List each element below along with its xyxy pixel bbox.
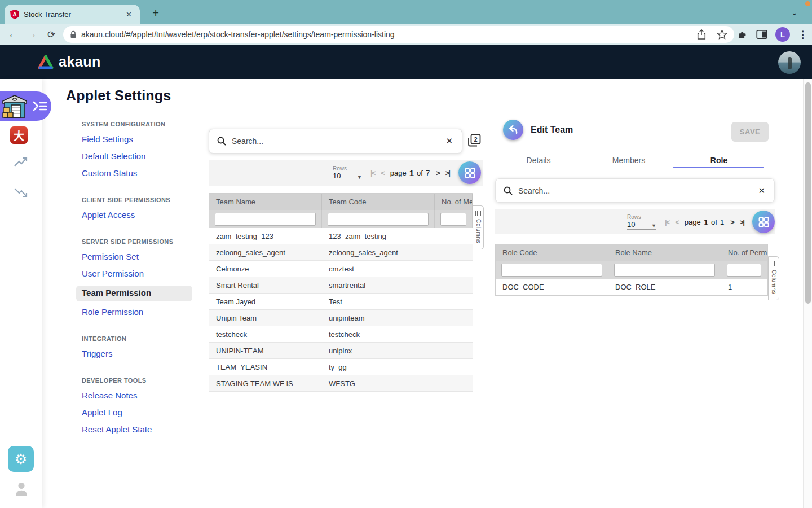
column-header-no-of-permissions[interactable]: No. of Permissions xyxy=(721,244,767,261)
column-header-no-of-members[interactable]: No. of Members xyxy=(435,194,473,210)
grid-view-button[interactable] xyxy=(752,211,775,233)
column-header-role-name[interactable]: Role Name xyxy=(608,244,721,261)
table-row[interactable]: STAGING TEAM WF ISWFSTG xyxy=(209,375,473,392)
profile-person-icon[interactable] xyxy=(15,481,28,496)
table-cell: DOC_CODE xyxy=(496,279,608,295)
panel-divider xyxy=(201,116,201,508)
team-columns-tab[interactable]: Columns xyxy=(473,205,484,249)
role-search-box: ✕ xyxy=(495,178,775,203)
extensions-puzzle-icon[interactable] xyxy=(737,29,748,40)
table-row[interactable]: Celmonzecmztest xyxy=(209,261,473,277)
last-page-icon[interactable]: >| xyxy=(445,169,449,177)
clear-search-icon[interactable]: ✕ xyxy=(444,136,454,146)
tab-role[interactable]: Role xyxy=(674,152,764,168)
table-row[interactable]: zaim_testing_123123_zaim_testing xyxy=(209,228,473,244)
sidebar-item-role-permission[interactable]: Role Permission xyxy=(82,307,200,318)
clear-search-icon[interactable]: ✕ xyxy=(757,186,766,196)
sidebar-item-release-notes[interactable]: Release Notes xyxy=(82,391,200,402)
table-row[interactable]: zeloong_sales_agentzeloong_sales_agent xyxy=(209,244,473,261)
tab-details[interactable]: Details xyxy=(493,152,584,168)
role-columns-tab[interactable]: Columns xyxy=(768,256,779,300)
table-header-row: Role CodeRole NameNo. of Permissions xyxy=(496,244,767,261)
role-search-input[interactable] xyxy=(517,186,757,196)
sidebar-item-user-permission[interactable]: User Permission xyxy=(82,269,200,280)
table-row[interactable]: TEAM_YEASINty_gg xyxy=(209,359,473,375)
table-row[interactable]: Smart Rentalsmartrental xyxy=(209,277,473,294)
back-icon[interactable]: ← xyxy=(3,29,23,40)
column-filter-input-no-of-members[interactable] xyxy=(440,213,466,226)
sidebar-item-applet-log[interactable]: Applet Log xyxy=(82,408,200,419)
rows-per-page-select[interactable]: 10 ▼ xyxy=(333,172,362,181)
first-page-icon[interactable]: |< xyxy=(370,169,374,177)
active-applet-pill[interactable] xyxy=(0,91,51,121)
trend-up-icon[interactable] xyxy=(14,156,28,168)
column-filter-input-team-code[interactable] xyxy=(328,213,429,226)
tabstrip-chevron-icon[interactable]: ⌄ xyxy=(791,8,798,17)
side-panel-icon[interactable] xyxy=(756,29,767,40)
column-header-role-code[interactable]: Role Code xyxy=(496,244,608,261)
table-row[interactable]: Unipin Teamunipinteam xyxy=(209,310,473,326)
rows-per-page-value: 10 xyxy=(333,172,341,180)
reload-icon[interactable]: ⟳ xyxy=(42,29,61,41)
page-scrollbar[interactable] xyxy=(803,79,812,508)
prev-page-icon[interactable]: < xyxy=(381,169,384,177)
column-filter-input-role-code[interactable] xyxy=(501,264,602,277)
dropdown-arrow-icon: ▼ xyxy=(357,174,362,180)
kebab-menu-icon[interactable]: ⋮ xyxy=(798,29,807,41)
sidebar-item-triggers[interactable]: Triggers xyxy=(82,349,200,360)
share-icon[interactable] xyxy=(696,29,707,40)
table-filter-row xyxy=(496,261,767,279)
grid-view-button[interactable] xyxy=(458,161,481,184)
new-tab-button[interactable]: + xyxy=(148,5,164,21)
table-row[interactable]: Team JayedTest xyxy=(209,294,473,310)
forward-icon[interactable]: → xyxy=(23,29,42,40)
column-header-team-name[interactable]: Team Name xyxy=(209,194,322,210)
browser-tab[interactable]: A Stock Transfer ✕ xyxy=(5,5,140,24)
prev-page-icon[interactable]: < xyxy=(675,218,678,226)
filter-cell xyxy=(322,210,435,228)
red-app-icon[interactable]: 大 xyxy=(10,126,28,144)
column-filter-input-role-name[interactable] xyxy=(614,264,715,277)
rows-per-page-select[interactable]: 10 ▼ xyxy=(627,220,656,230)
tab-members[interactable]: Members xyxy=(584,152,674,168)
sidebar-item-reset-applet-state[interactable]: Reset Applet State xyxy=(82,424,200,436)
sidebar-toggle-icon[interactable] xyxy=(33,100,47,112)
sidebar-item-custom-status[interactable]: Custom Status xyxy=(82,168,200,179)
team-search-box: ✕ xyxy=(209,129,462,154)
table-cell: zaim_testing_123 xyxy=(209,228,322,244)
multi-window-icon[interactable]: 2 xyxy=(466,133,482,148)
sidebar-item-field-settings[interactable]: Field Settings xyxy=(82,134,200,146)
last-page-icon[interactable]: >| xyxy=(740,218,744,226)
team-search-input[interactable] xyxy=(231,136,444,146)
save-button[interactable]: SAVE xyxy=(731,122,769,142)
back-arrow-icon xyxy=(508,125,519,135)
sidebar-item-default-selection[interactable]: Default Selection xyxy=(82,151,200,163)
sidebar-item-permission-set[interactable]: Permission Set xyxy=(82,252,200,263)
table-cell: Celmonze xyxy=(209,261,322,277)
sidebar-item-team-permission[interactable]: Team Permission xyxy=(76,286,192,301)
tab-close-icon[interactable]: ✕ xyxy=(123,9,134,20)
table-row[interactable]: UNIPIN-TEAMunipinx xyxy=(209,343,473,359)
settings-gear-button[interactable]: ⚙ xyxy=(8,446,34,472)
table-row[interactable]: testchecktestcheck xyxy=(209,326,473,343)
column-filter-input-no-of-permissions[interactable] xyxy=(727,264,761,277)
table-cell xyxy=(435,294,473,309)
next-page-icon[interactable]: > xyxy=(730,218,734,226)
sidebar-item-applet-access[interactable]: Applet Access xyxy=(82,210,200,221)
table-cell xyxy=(435,375,473,391)
user-avatar[interactable] xyxy=(778,51,801,74)
column-header-team-code[interactable]: Team Code xyxy=(322,194,435,210)
first-page-icon[interactable]: |< xyxy=(665,218,669,226)
url-bar[interactable]: akaun.cloud/#/applet/tnt/wavelet/erp/sto… xyxy=(63,26,734,43)
table-cell xyxy=(435,359,473,375)
panel-divider xyxy=(492,116,492,508)
back-button[interactable] xyxy=(503,120,523,140)
bookmark-star-icon[interactable] xyxy=(717,29,727,40)
browser-profile-avatar[interactable]: L xyxy=(775,27,790,42)
next-page-icon[interactable]: > xyxy=(436,169,439,177)
table-cell xyxy=(435,244,473,260)
table-row[interactable]: DOC_CODEDOC_ROLE1 xyxy=(496,279,767,295)
scrollbar-thumb[interactable] xyxy=(805,82,811,304)
trend-down-icon[interactable] xyxy=(14,186,28,199)
column-filter-input-team-name[interactable] xyxy=(215,213,316,226)
